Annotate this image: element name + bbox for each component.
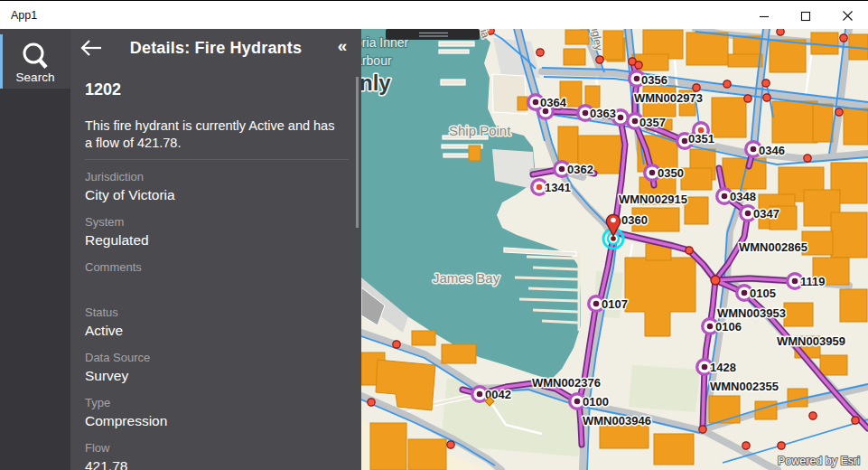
hydrant-dot	[745, 211, 751, 217]
main-line-label: WMN002355	[710, 380, 779, 393]
hydrant-label: 0357	[639, 116, 666, 129]
valve-dot[interactable]	[693, 84, 700, 91]
field-label: Data Source	[85, 346, 349, 364]
nav-rail: Search	[0, 29, 70, 470]
hydrant-dot	[702, 364, 708, 371]
valve-dot[interactable]	[699, 426, 706, 433]
valve-dot[interactable]	[393, 341, 400, 348]
place-label: Ship Point	[449, 123, 511, 138]
valve-dot[interactable]	[686, 247, 693, 254]
back-arrow-icon[interactable]	[79, 38, 103, 58]
place-label: nly	[361, 70, 391, 95]
field-label: System	[85, 211, 349, 229]
hydrant-label: 0348	[730, 190, 756, 203]
field-value	[85, 274, 349, 277]
valve-dot[interactable]	[778, 442, 785, 449]
hydrant-dot	[533, 99, 539, 106]
search-icon	[19, 40, 51, 72]
hydrant-label: 0362	[567, 163, 593, 176]
attribute-field: JurisdictionCity of Victoria	[85, 165, 349, 211]
hydrant-label: 0363	[590, 107, 616, 120]
attribute-field: SystemRegulated	[85, 211, 349, 256]
feature-description: This fire hydrant is currently Active an…	[85, 118, 344, 151]
nav-item-search[interactable]: Search	[0, 29, 70, 89]
valve-dot[interactable]	[835, 108, 843, 116]
hydrant-dot	[792, 278, 798, 285]
attribute-field: Flow421.78	[85, 437, 349, 470]
hydrant-dot	[707, 324, 714, 330]
field-label: Jurisdiction	[85, 165, 349, 183]
junction-dot[interactable]	[711, 276, 720, 285]
panel-header: Details: Fire Hydrants «	[70, 29, 361, 67]
hydrant-label: 1341	[545, 181, 571, 194]
place-label: James Bay	[433, 270, 500, 286]
valve-dot[interactable]	[635, 61, 642, 69]
hydrant-label: 0350	[658, 166, 684, 180]
attribute-fields: JurisdictionCity of VictoriaSystemRegula…	[85, 165, 349, 470]
field-label: Status	[85, 301, 349, 319]
close-button[interactable]	[826, 2, 868, 30]
field-value: Regulated	[85, 229, 349, 249]
main-line-label: WMN002865	[739, 240, 807, 254]
hydrant-dot	[751, 146, 757, 153]
hydrant-label: 0364	[540, 96, 567, 109]
field-value: City of Victoria	[85, 183, 349, 203]
field-label: Type	[85, 391, 349, 409]
hydrant-dot	[583, 110, 589, 117]
window-controls	[743, 2, 868, 30]
valve-dot[interactable]	[777, 29, 784, 35]
map-view[interactable]: 0364036303570356035103460362134103500348…	[361, 29, 868, 470]
field-label: Comments	[85, 256, 349, 274]
minimize-button[interactable]	[743, 2, 785, 30]
main-line-label: WMN003946	[583, 414, 651, 428]
valve-dot[interactable]	[804, 155, 811, 162]
hydrant-label: 0107	[602, 297, 628, 311]
valve-dot[interactable]	[368, 399, 375, 406]
panel-scrollbar[interactable]	[356, 77, 359, 228]
hydrant-label: 0105	[750, 287, 776, 300]
field-value: Survey	[85, 364, 349, 384]
hydrant-label: 1119	[800, 275, 826, 288]
feature-id-heading: 1202	[85, 80, 121, 99]
valve-dot[interactable]	[447, 441, 454, 448]
attribute-field: Comments	[85, 256, 349, 301]
valve-dot[interactable]	[762, 80, 770, 87]
map-canvas: 0364036303570356035103460362134103500348…	[361, 29, 868, 470]
main-line-label: WMN003953	[717, 306, 786, 320]
valve-dot[interactable]	[742, 442, 750, 449]
hydrant-dot	[618, 115, 624, 121]
hydrant-label: 0106	[715, 320, 742, 334]
window-title: App1	[11, 9, 37, 22]
collapse-panel-icon[interactable]: «	[332, 35, 352, 57]
valve-dot[interactable]	[537, 49, 544, 56]
hydrant-dot	[634, 76, 640, 82]
field-value: Active	[85, 319, 349, 339]
nav-item-label: Search	[0, 70, 70, 84]
attribute-field: TypeCompression	[85, 391, 349, 437]
hydrant-dot	[593, 301, 600, 307]
hydrant-dot	[632, 118, 639, 125]
hydrant-dot	[574, 399, 581, 405]
valve-dot[interactable]	[809, 412, 817, 419]
hydrant-dot	[649, 170, 656, 176]
maximize-button[interactable]	[785, 2, 826, 30]
hydrant-label: 0347	[753, 207, 779, 221]
hydrant-dot	[477, 391, 483, 398]
hydrant-label: 0356	[641, 73, 667, 87]
valve-dot[interactable]	[852, 417, 859, 424]
valve-dot[interactable]	[744, 95, 751, 102]
close-icon	[842, 10, 854, 22]
main-line-label: WMN002973	[634, 91, 703, 105]
field-value: 421.78	[85, 455, 349, 470]
hydrant-dot	[682, 138, 688, 145]
valve-dot[interactable]	[840, 34, 847, 42]
valve-dot[interactable]	[723, 80, 731, 88]
details-panel: Details: Fire Hydrants « 1202 This fire …	[70, 29, 361, 470]
hydrant-dot	[537, 184, 543, 191]
hydrant-label: 1428	[710, 361, 736, 374]
title-bar: App1	[0, 0, 868, 29]
map-top-drag-handle[interactable]	[386, 29, 480, 40]
main-line-label: WMN003959	[777, 334, 845, 348]
valve-dot[interactable]	[763, 94, 770, 101]
valve-dot[interactable]	[596, 56, 603, 63]
